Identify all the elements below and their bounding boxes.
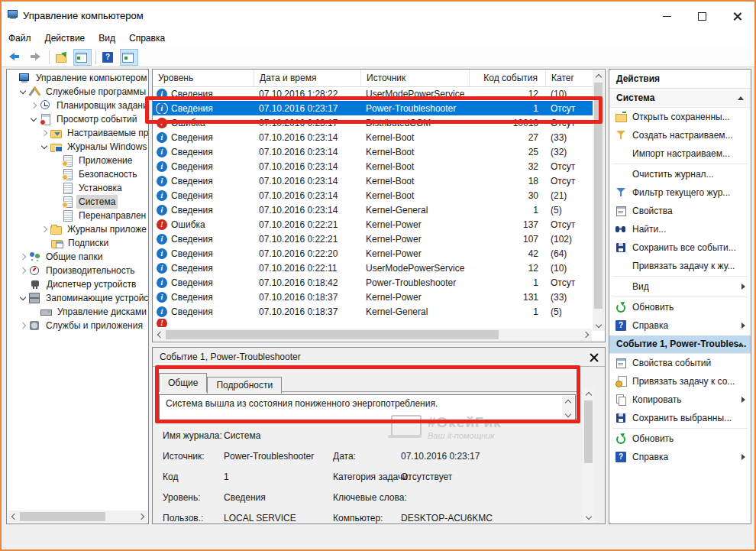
- event-row[interactable]: !: [153, 319, 594, 327]
- event-message-box[interactable]: Система вышла из состояния пониженного э…: [159, 394, 576, 420]
- scroll-up-button[interactable]: [583, 388, 594, 400]
- menu-file[interactable]: Файл: [2, 31, 38, 46]
- collapse-chevron-icon[interactable]: [20, 294, 26, 300]
- list-horizontal-scrollbar[interactable]: [153, 329, 592, 341]
- action-item[interactable]: Свойства событий: [609, 354, 751, 372]
- export-button[interactable]: [53, 49, 72, 66]
- tree-item[interactable]: Система: [7, 195, 148, 209]
- action-item[interactable]: Обновить: [609, 429, 751, 448]
- tree-item[interactable]: Общие папки: [7, 250, 148, 264]
- column-header-0[interactable]: Уровень: [153, 70, 254, 86]
- action-section-header[interactable]: Событие 1, Power-Troubles...: [609, 335, 751, 354]
- action-item[interactable]: Свойства: [609, 202, 751, 220]
- tree-item[interactable]: Приложение: [7, 154, 148, 167]
- forward-arrow-button[interactable]: [27, 49, 45, 66]
- event-row[interactable]: iСведения07.10.2016 0:23:14Kernel-Genera…: [153, 203, 594, 217]
- tree-item[interactable]: Перенаправлен: [7, 209, 148, 222]
- action-item[interactable]: Фильтр текущего жур...: [609, 183, 751, 202]
- tab-general[interactable]: Общие: [159, 373, 207, 392]
- expand-chevron-icon[interactable]: [20, 322, 26, 329]
- menu-view[interactable]: Вид: [92, 31, 122, 46]
- action-item[interactable]: Сохранить все событи...: [609, 238, 751, 257]
- tree-item[interactable]: Журналы Windows: [7, 140, 148, 154]
- action-item[interactable]: Копировать: [609, 391, 751, 409]
- console-tree-button[interactable]: [73, 49, 92, 66]
- tree-horizontal-scrollbar[interactable]: [8, 510, 147, 523]
- event-row[interactable]: iСведения07.10.2016 0:23:14Kernel-Boot25…: [153, 144, 594, 159]
- tree-item[interactable]: Производительность: [7, 264, 148, 277]
- close-button[interactable]: [719, 2, 754, 31]
- event-row[interactable]: iСведения07.10.2016 1:28:22UserModePower…: [153, 86, 594, 101]
- expand-chevron-icon[interactable]: [41, 226, 47, 232]
- maximize-button[interactable]: [684, 2, 719, 31]
- tree-item[interactable]: Запоминающие устройст: [7, 291, 148, 305]
- back-arrow-button[interactable]: [7, 49, 25, 66]
- action-item[interactable]: ?Справка: [609, 448, 751, 466]
- collapse-chevron-icon[interactable]: [20, 88, 26, 94]
- scroll-down-button[interactable]: [593, 319, 604, 331]
- expand-chevron-icon[interactable]: [20, 254, 26, 260]
- detail-vertical-scrollbar[interactable]: [583, 388, 594, 523]
- tree-item[interactable]: Диспетчер устройств: [7, 277, 148, 291]
- scroll-left-button[interactable]: [153, 329, 165, 341]
- event-row[interactable]: iСведения07.10.2016 0:23:14Kernel-Boot32…: [153, 159, 594, 173]
- expand-chevron-icon[interactable]: [20, 267, 26, 274]
- event-row[interactable]: iСведения07.10.2016 0:18:37Kernel-Genera…: [153, 304, 594, 319]
- event-row[interactable]: iСведения07.10.2016 0:23:14Kernel-Boot27…: [153, 130, 594, 144]
- collapse-chevron-icon[interactable]: [41, 143, 47, 149]
- scroll-left-button[interactable]: [8, 510, 19, 523]
- action-item[interactable]: Сохранить выбранны...: [609, 409, 751, 427]
- action-item[interactable]: Создать настраиваем...: [609, 126, 751, 144]
- event-row[interactable]: iСведения07.10.2016 0:22:20Kernel-Power4…: [153, 246, 594, 261]
- tree-item[interactable]: Управление компьютером (л: [7, 71, 148, 85]
- menu-action[interactable]: Действие: [38, 31, 92, 46]
- action-item[interactable]: Найти...: [609, 220, 751, 238]
- tree-item[interactable]: Просмотр событий: [7, 112, 148, 126]
- action-section-header[interactable]: Система: [609, 89, 751, 108]
- scroll-up-button[interactable]: [593, 70, 604, 82]
- detail-close-button[interactable]: [589, 352, 599, 362]
- tree-item[interactable]: Служебные программы: [7, 85, 148, 99]
- scrollbar-thumb[interactable]: [584, 400, 593, 463]
- tree-item[interactable]: Журналы приложе: [7, 222, 148, 236]
- event-row[interactable]: !Ошибка07.10.2016 0:23:17DistributedCOM1…: [153, 115, 594, 130]
- tree-item[interactable]: Безопасность: [7, 167, 148, 181]
- column-header-2[interactable]: Источник: [361, 70, 470, 86]
- action-pane-button[interactable]: [120, 49, 138, 66]
- event-row[interactable]: iСведения07.10.2016 0:22:11UserModePower…: [153, 261, 594, 275]
- action-item[interactable]: Привязать задачу к жу...: [609, 257, 751, 275]
- action-item[interactable]: Привязать задачу к со...: [609, 372, 751, 391]
- menu-help[interactable]: Справка: [122, 31, 172, 46]
- column-header-3[interactable]: Код события: [470, 70, 546, 86]
- event-row[interactable]: iСведения07.10.2016 0:23:14Kernel-Boot30…: [153, 188, 594, 203]
- help-button[interactable]: ?: [100, 49, 118, 66]
- expand-chevron-icon[interactable]: [31, 102, 37, 109]
- message-scrollbar[interactable]: [562, 396, 574, 419]
- tree-item[interactable]: Настраиваемые пр: [7, 126, 148, 140]
- tree-item[interactable]: Подписки: [7, 236, 148, 250]
- minimize-button[interactable]: [649, 2, 684, 31]
- tab-details[interactable]: Подробности: [207, 377, 282, 394]
- event-row[interactable]: !Ошибка07.10.2016 0:22:21Kernel-Power137…: [153, 217, 594, 232]
- scroll-down-button[interactable]: [583, 511, 594, 523]
- action-item[interactable]: ?Справка: [609, 316, 751, 335]
- scrollbar-thumb[interactable]: [166, 330, 499, 339]
- action-item[interactable]: Импорт настраиваем...: [609, 144, 751, 163]
- tree-item[interactable]: Службы и приложения: [7, 319, 148, 332]
- event-row[interactable]: iСведения07.10.2016 0:22:21Kernel-Power1…: [153, 232, 594, 246]
- event-row[interactable]: iСведения07.10.2016 0:18:42Power-Trouble…: [153, 275, 594, 290]
- scrollbar-thumb[interactable]: [20, 512, 105, 521]
- event-row[interactable]: iСведения07.10.2016 0:18:37Kernel-Power1…: [153, 290, 594, 304]
- column-header-4[interactable]: Катег: [546, 70, 594, 86]
- column-header-1[interactable]: Дата и время: [254, 70, 361, 86]
- list-vertical-scrollbar[interactable]: [593, 70, 604, 331]
- expand-chevron-icon[interactable]: [41, 130, 47, 136]
- action-item[interactable]: Вид: [609, 277, 751, 296]
- event-row[interactable]: iСведения07.10.2016 0:23:14Kernel-Boot18…: [153, 173, 594, 188]
- scroll-right-button[interactable]: [136, 510, 147, 523]
- tree-item[interactable]: Установка: [7, 181, 148, 195]
- event-row[interactable]: iСведения07.10.2016 0:23:17Power-Trouble…: [153, 101, 594, 115]
- action-item[interactable]: Открыть сохраненны...: [609, 108, 751, 126]
- scrollbar-thumb[interactable]: [594, 83, 603, 309]
- collapse-chevron-icon[interactable]: [31, 115, 37, 122]
